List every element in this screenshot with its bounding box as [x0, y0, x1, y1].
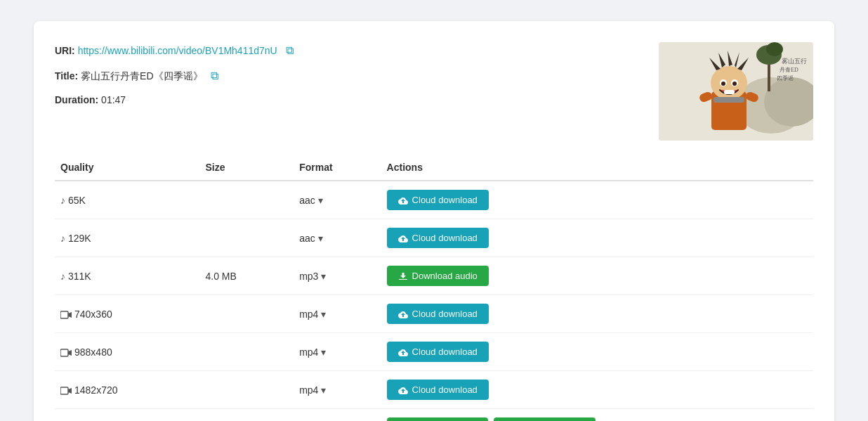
uri-label: URI:	[55, 45, 75, 56]
quality-cell: 988x480	[55, 333, 200, 371]
quality-value: 65K	[68, 195, 86, 206]
uri-row: URI: https://www.bilibili.com/video/BV1M…	[55, 42, 645, 59]
format-value: mp4	[299, 346, 318, 358]
svg-rect-24	[60, 311, 68, 318]
quality-cell: 2224x1080	[55, 409, 200, 422]
svg-rect-28	[60, 387, 68, 394]
format-cell: mp4 ▾	[294, 333, 381, 371]
quality-cell: ♪ 65K	[55, 181, 200, 219]
table-row: 2224x108017.8 MBmp4 ▾Download videoDownl…	[55, 409, 813, 422]
music-icon: ♪	[60, 233, 68, 244]
download-audio-button[interactable]: Download audio	[494, 417, 596, 421]
download-audio-button[interactable]: Download audio	[387, 266, 489, 286]
table-row: 740x360mp4 ▾Cloud download	[55, 295, 813, 333]
svg-text:雾山五行: 雾山五行	[782, 58, 807, 65]
size-cell	[200, 219, 294, 257]
svg-rect-17	[724, 90, 735, 94]
size-cell: 4.0 MB	[200, 257, 294, 295]
title-value: 雾山五行丹青ED《四季谣》	[81, 70, 202, 82]
format-cell: mp4 ▾	[294, 409, 381, 422]
size-cell: 17.8 MB	[200, 409, 294, 422]
col-size: Size	[200, 155, 294, 181]
actions-cell: Download audio	[381, 257, 813, 294]
format-dropdown-icon[interactable]: ▾	[318, 384, 326, 396]
table-row: ♪ 65Kaac ▾Cloud download	[55, 181, 813, 219]
format-dropdown-icon[interactable]: ▾	[318, 346, 326, 358]
download-table: Quality Size Format Actions ♪ 65Kaac ▾Cl…	[55, 155, 813, 421]
col-actions: Actions	[381, 155, 813, 181]
size-cell	[200, 371, 294, 409]
title-row: Title: 雾山五行丹青ED《四季谣》 ⧉	[55, 67, 645, 84]
meta-left: URI: https://www.bilibili.com/video/BV1M…	[55, 42, 645, 116]
music-icon: ♪	[60, 195, 68, 206]
main-card: URI: https://www.bilibili.com/video/BV1M…	[34, 21, 834, 421]
cloud-download-button[interactable]: Cloud download	[387, 380, 489, 400]
table-row: ♪ 129Kaac ▾Cloud download	[55, 219, 813, 257]
music-icon: ♪	[60, 271, 68, 282]
download-video-button[interactable]: Download video	[387, 417, 489, 421]
quality-value: 740x360	[74, 309, 112, 320]
quality-value: 129K	[68, 233, 91, 244]
format-value: aac	[299, 195, 315, 206]
format-value: mp4	[299, 309, 318, 320]
copy-title-icon[interactable]: ⧉	[211, 67, 218, 84]
svg-rect-26	[60, 349, 68, 356]
quality-cell: ♪ 129K	[55, 219, 200, 257]
col-format: Format	[294, 155, 381, 181]
format-value: mp3	[299, 271, 318, 282]
svg-text:丹青ED: 丹青ED	[780, 67, 798, 73]
title-label: Title:	[55, 70, 78, 82]
quality-value: 1482x720	[74, 384, 118, 396]
format-dropdown-icon[interactable]: ▾	[318, 309, 326, 320]
quality-cell: 740x360	[55, 295, 200, 333]
video-icon	[60, 309, 74, 320]
actions-cell: Cloud download	[381, 333, 813, 370]
quality-cell: 1482x720	[55, 371, 200, 409]
actions-cell: Cloud download	[381, 181, 813, 219]
duration-row: Duration: 01:47	[55, 93, 645, 108]
quality-value: 988x480	[74, 346, 112, 358]
format-cell: aac ▾	[294, 219, 381, 257]
col-quality: Quality	[55, 155, 200, 181]
cloud-download-button[interactable]: Cloud download	[387, 342, 489, 362]
svg-rect-18	[714, 97, 744, 103]
table-body: ♪ 65Kaac ▾Cloud download♪ 129Kaac ▾Cloud…	[55, 181, 813, 421]
cloud-download-button[interactable]: Cloud download	[387, 304, 489, 324]
format-cell: mp3 ▾	[294, 257, 381, 295]
format-dropdown-icon[interactable]: ▾	[318, 271, 326, 282]
actions-cell: Download videoDownload audio	[381, 409, 813, 421]
video-icon	[60, 346, 74, 358]
actions-cell: Cloud download	[381, 219, 813, 257]
format-dropdown-icon[interactable]: ▾	[315, 195, 323, 206]
format-cell: aac ▾	[294, 181, 381, 219]
svg-point-15	[721, 82, 725, 86]
table-row: ♪ 311K4.0 MBmp3 ▾Download audio	[55, 257, 813, 295]
actions-cell: Cloud download	[381, 295, 813, 332]
cloud-download-button[interactable]: Cloud download	[387, 228, 489, 248]
uri-link[interactable]: https://www.bilibili.com/video/BV1Mh411d…	[78, 45, 277, 56]
copy-uri-icon[interactable]: ⧉	[286, 42, 294, 59]
table-row: 1482x720mp4 ▾Cloud download	[55, 371, 813, 409]
svg-point-5	[766, 42, 783, 56]
size-cell	[200, 333, 294, 371]
size-cell	[200, 181, 294, 219]
format-cell: mp4 ▾	[294, 295, 381, 333]
format-value: mp4	[299, 384, 318, 396]
duration-value: 01:47	[101, 94, 126, 105]
video-icon	[60, 384, 74, 396]
svg-point-16	[732, 82, 737, 86]
size-cell	[200, 295, 294, 333]
thumbnail: 雾山五行 丹青ED 四季谣	[659, 42, 813, 141]
table-header: Quality Size Format Actions	[55, 155, 813, 181]
quality-value: 311K	[68, 271, 91, 282]
quality-cell: ♪ 311K	[55, 257, 200, 295]
format-cell: mp4 ▾	[294, 371, 381, 409]
cloud-download-button[interactable]: Cloud download	[387, 190, 489, 210]
duration-label: Duration:	[55, 94, 98, 105]
actions-cell: Cloud download	[381, 371, 813, 408]
meta-section: URI: https://www.bilibili.com/video/BV1M…	[55, 42, 813, 141]
svg-text:四季谣: 四季谣	[777, 75, 794, 82]
format-dropdown-icon[interactable]: ▾	[315, 233, 323, 244]
table-row: 988x480mp4 ▾Cloud download	[55, 333, 813, 371]
format-value: aac	[299, 233, 315, 244]
